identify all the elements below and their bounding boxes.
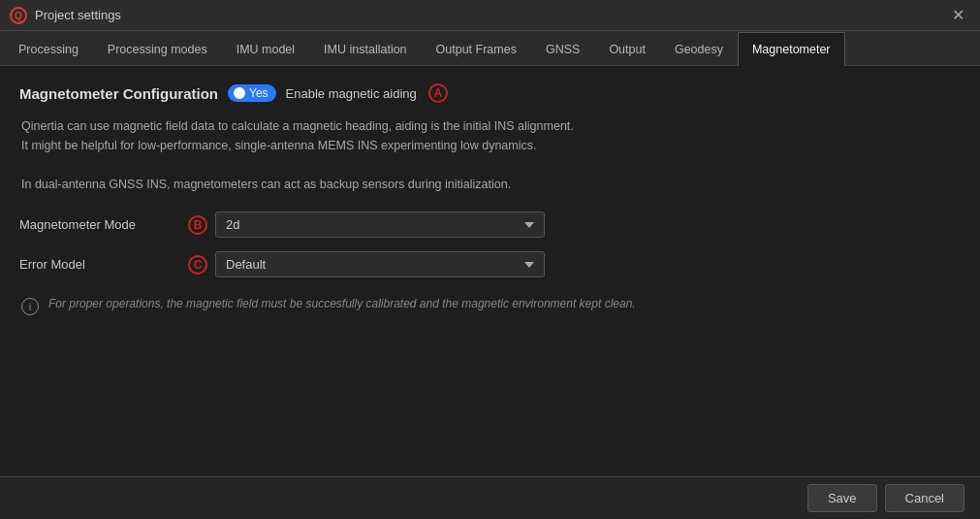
- badge-b-icon: B: [188, 215, 207, 235]
- main-content: Magnetometer Configuration Yes Enable ma…: [0, 66, 980, 476]
- app-icon: Q: [10, 7, 27, 24]
- info-icon: i: [21, 298, 39, 315]
- info-note: i For proper operations, the magnetic fi…: [19, 297, 961, 315]
- magnetometer-mode-select[interactable]: 2d 3d Auto: [215, 211, 545, 238]
- description-line1: Qinertia can use magnetic field data to …: [21, 116, 961, 136]
- tabbar: Processing Processing modes IMU model IM…: [0, 31, 980, 66]
- tab-processing-modes[interactable]: Processing modes: [93, 32, 222, 66]
- magnetometer-mode-select-wrapper: B 2d 3d Auto: [186, 211, 961, 238]
- tab-processing[interactable]: Processing: [4, 32, 93, 66]
- section-header: Magnetometer Configuration Yes Enable ma…: [19, 83, 961, 103]
- titlebar-title: Project settings: [35, 8, 121, 22]
- tab-imu-installation[interactable]: IMU installation: [309, 32, 421, 66]
- tab-output-frames[interactable]: Output Frames: [422, 32, 531, 66]
- error-model-label: Error Model: [19, 257, 174, 272]
- tab-output[interactable]: Output: [594, 32, 660, 66]
- tab-geodesy[interactable]: Geodesy: [660, 32, 738, 66]
- titlebar-left: Q Project settings: [10, 7, 121, 24]
- description-line3: In dual-antenna GNSS INS, magnetometers …: [21, 175, 961, 194]
- tab-gnss[interactable]: GNSS: [531, 32, 594, 66]
- toggle-label: Yes: [249, 86, 269, 100]
- tab-imu-model[interactable]: IMU model: [222, 32, 309, 66]
- error-model-select[interactable]: Default Custom: [215, 251, 545, 277]
- error-model-row: Error Model C Default Custom: [19, 251, 961, 277]
- svg-text:Q: Q: [15, 11, 22, 21]
- save-button[interactable]: Save: [807, 484, 877, 512]
- error-model-select-wrapper: C Default Custom: [186, 251, 961, 277]
- badge-a-icon: A: [428, 83, 448, 103]
- section-title: Magnetometer Configuration: [19, 85, 218, 102]
- titlebar: Q Project settings ✕: [0, 0, 980, 31]
- badge-c-icon: C: [188, 255, 207, 275]
- toggle-circle: [234, 87, 245, 99]
- magnetometer-mode-row: Magnetometer Mode B 2d 3d Auto: [19, 211, 961, 238]
- tab-magnetometer[interactable]: Magnetometer: [738, 32, 845, 66]
- enable-label: Enable magnetic aiding: [286, 86, 417, 101]
- cancel-button[interactable]: Cancel: [885, 484, 964, 512]
- info-note-text: For proper operations, the magnetic fiel…: [48, 297, 636, 310]
- close-button[interactable]: ✕: [945, 3, 970, 28]
- footer: Save Cancel: [0, 476, 980, 519]
- description-line2: It might be helpful for low-performance,…: [21, 136, 961, 155]
- description: Qinertia can use magnetic field data to …: [19, 116, 961, 194]
- magnetometer-mode-label: Magnetometer Mode: [19, 217, 174, 232]
- enable-toggle[interactable]: Yes: [228, 84, 276, 102]
